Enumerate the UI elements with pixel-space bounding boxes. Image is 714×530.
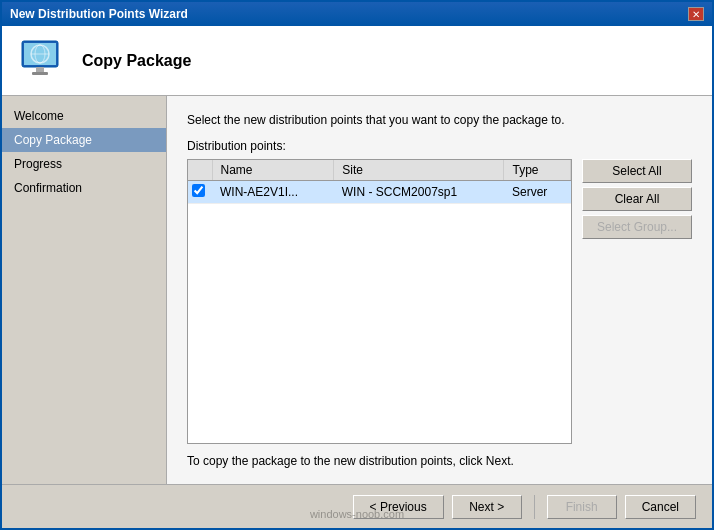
close-button[interactable]: ✕	[688, 7, 704, 21]
sidebar-item-progress[interactable]: Progress	[2, 152, 166, 176]
row-checkbox-cell[interactable]	[188, 180, 212, 203]
footer-separator	[534, 495, 535, 519]
select-all-button[interactable]: Select All	[582, 159, 692, 183]
previous-button[interactable]: < Previous	[353, 495, 444, 519]
sidebar-item-confirmation[interactable]: Confirmation	[2, 176, 166, 200]
svg-rect-6	[32, 72, 48, 75]
col-name: Name	[212, 160, 334, 181]
sidebar: Welcome Copy Package Progress Confirmati…	[2, 96, 167, 484]
header-icon	[18, 37, 66, 85]
table-row: WIN-AE2V1I... WIN - SCCM2007sp1 Server	[188, 180, 571, 203]
wizard-window: New Distribution Points Wizard ✕ Copy Pa…	[0, 0, 714, 530]
distribution-table-wrapper[interactable]: Name Site Type WIN-AE2V1I...	[187, 159, 572, 444]
section-label: Distribution points:	[187, 139, 692, 153]
row-site: WIN - SCCM2007sp1	[334, 180, 504, 203]
content-area: Select the new distribution points that …	[167, 96, 712, 484]
header-title: Copy Package	[82, 52, 191, 70]
content-description: Select the new distribution points that …	[187, 112, 692, 129]
col-checkbox	[188, 160, 212, 181]
next-button[interactable]: Next >	[452, 495, 522, 519]
side-buttons: Select All Clear All Select Group...	[582, 159, 692, 444]
col-type: Type	[504, 160, 571, 181]
wizard-footer: < Previous Next > Finish Cancel windows-…	[2, 484, 712, 528]
finish-button[interactable]: Finish	[547, 495, 617, 519]
wizard-body: Welcome Copy Package Progress Confirmati…	[2, 96, 712, 484]
sidebar-item-copy-package[interactable]: Copy Package	[2, 128, 166, 152]
row-checkbox[interactable]	[192, 184, 205, 197]
window-title: New Distribution Points Wizard	[10, 7, 188, 21]
title-bar: New Distribution Points Wizard ✕	[2, 2, 712, 26]
select-group-button[interactable]: Select Group...	[582, 215, 692, 239]
row-type: Server	[504, 180, 571, 203]
col-site: Site	[334, 160, 504, 181]
clear-all-button[interactable]: Clear All	[582, 187, 692, 211]
sidebar-item-welcome[interactable]: Welcome	[2, 104, 166, 128]
bottom-text: To copy the package to the new distribut…	[187, 454, 692, 468]
cancel-button[interactable]: Cancel	[625, 495, 696, 519]
row-name: WIN-AE2V1I...	[212, 180, 334, 203]
distribution-table: Name Site Type WIN-AE2V1I...	[188, 160, 571, 204]
wizard-header: Copy Package	[2, 26, 712, 96]
svg-rect-5	[36, 67, 44, 72]
distribution-points-container: Name Site Type WIN-AE2V1I...	[187, 159, 692, 444]
